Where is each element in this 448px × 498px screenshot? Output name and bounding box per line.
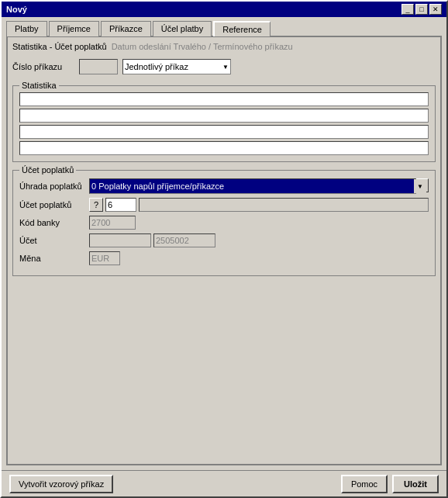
uhrada-select[interactable]: 0 Poplatky napůl příjemce/příkazce xyxy=(89,178,416,194)
title-controls: _ □ ✕ xyxy=(401,4,442,15)
mena-label: Měna xyxy=(19,254,89,263)
ucet-poplatku-field-label: Účet poplatků xyxy=(19,200,89,209)
statistika-label: Statistika xyxy=(19,81,59,90)
title-bar: Nový _ □ ✕ xyxy=(2,2,446,17)
stat-field-1[interactable] xyxy=(19,92,429,106)
uhrada-row: Úhrada poplatků 0 Poplatky napůl příjemc… xyxy=(19,178,429,194)
uhrada-select-wrapper: 0 Poplatky napůl příjemce/příkazce ▼ xyxy=(89,178,429,194)
main-window: Nový _ □ ✕ Platby Příjemce Příkazce Účel… xyxy=(0,0,448,498)
stat-field-4[interactable] xyxy=(19,141,429,155)
tab-platby[interactable]: Platby xyxy=(6,21,47,36)
minimize-button[interactable]: _ xyxy=(401,4,414,15)
statistika-group: Statistika xyxy=(12,85,436,162)
ucet-q-button[interactable]: ? xyxy=(89,198,103,212)
info-right: Datum odeslání Trvalého / Termínového př… xyxy=(112,42,436,51)
tabs-bar: Platby Příjemce Příkazce Účel platby Ref… xyxy=(2,17,446,36)
stat-field-2[interactable] xyxy=(19,109,429,123)
kod-banky-input[interactable] xyxy=(89,216,136,230)
uhrada-dropdown-arrow[interactable]: ▼ xyxy=(416,178,429,192)
ucet-rest-input[interactable] xyxy=(139,198,429,212)
jednotlivy-select[interactable]: Jednotlivý příkaz xyxy=(122,59,231,74)
mena-row: Měna xyxy=(19,251,429,265)
tab-reference[interactable]: Reference xyxy=(213,21,271,36)
info-bar: Statistika - Účet poplatků Datum odeslán… xyxy=(12,42,436,51)
jednotlivy-select-wrapper: Jednotlivý příkaz xyxy=(122,59,231,74)
cislo-row: Číslo příkazu Jednotlivý příkaz xyxy=(12,56,436,78)
ucet-num-input[interactable] xyxy=(105,198,136,212)
close-button[interactable]: ✕ xyxy=(429,4,442,15)
vytvorit-button[interactable]: Vytvořit vzorový příkaz xyxy=(9,475,113,493)
ucet-poplatku-label: Účet poplatků xyxy=(19,165,76,175)
maximize-button[interactable]: □ xyxy=(415,4,428,15)
window-title: Nový xyxy=(6,5,27,14)
ucet-num-label: Účet xyxy=(19,236,89,245)
ucet-val2-input[interactable] xyxy=(153,233,215,247)
kod-banky-row: Kód banky xyxy=(19,216,429,230)
tab-prijemce[interactable]: Příjemce xyxy=(49,21,99,36)
statistika-fields xyxy=(19,92,429,155)
ucet-num-row: Účet xyxy=(19,233,429,247)
ucet-poplatku-row: Účet poplatků ? xyxy=(19,198,429,212)
cislo-input[interactable] xyxy=(79,59,118,74)
bottom-bar: Vytvořit vzorový příkaz Pomoc Uložit xyxy=(2,470,446,496)
ucet-val1-input[interactable] xyxy=(89,233,151,247)
kod-banky-label: Kód banky xyxy=(19,218,89,227)
mena-input[interactable] xyxy=(89,251,120,265)
ulozit-button[interactable]: Uložit xyxy=(392,475,439,493)
cislo-label: Číslo příkazu xyxy=(12,62,74,71)
spacer xyxy=(12,281,436,459)
info-left: Statistika - Účet poplatků xyxy=(12,42,107,51)
stat-field-3[interactable] xyxy=(19,125,429,139)
uhrada-label: Úhrada poplatků xyxy=(19,182,89,191)
tab-ucel-platby[interactable]: Účel platby xyxy=(153,21,212,36)
content-area: Statistika - Účet poplatků Datum odeslán… xyxy=(6,36,442,465)
pomoc-button[interactable]: Pomoc xyxy=(341,475,388,493)
ucet-poplatku-group: Účet poplatků Úhrada poplatků 0 Poplatky… xyxy=(12,170,436,276)
tab-prikazce[interactable]: Příkazce xyxy=(101,21,151,36)
